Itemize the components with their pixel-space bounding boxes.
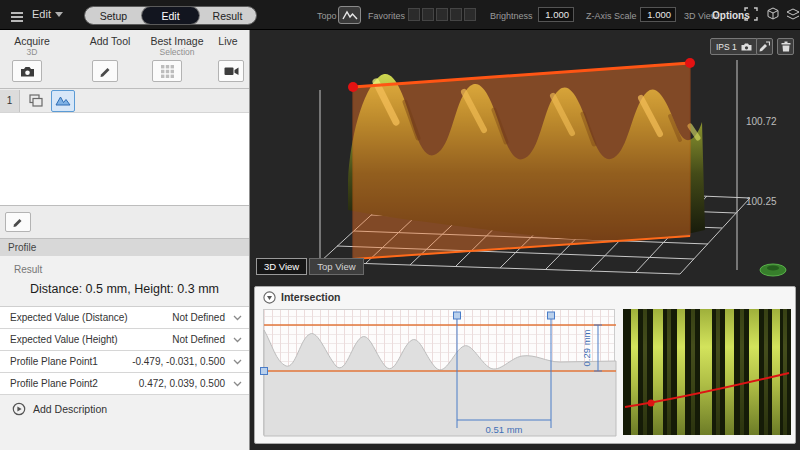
- plane-endpoint-left[interactable]: [348, 82, 358, 92]
- view-mode-buttons: 3D View Top View: [256, 258, 364, 275]
- trash-icon: [781, 41, 791, 52]
- row-label: Profile Plane Point1: [10, 356, 98, 367]
- video-camera-icon: [224, 66, 239, 76]
- result-label: Result: [14, 264, 42, 275]
- annotate-button[interactable]: [756, 38, 773, 55]
- camera-icon: [20, 66, 35, 77]
- best-image-button[interactable]: [152, 60, 182, 82]
- intersection-title: Intersection: [281, 291, 341, 303]
- topo-label: Topo: [317, 11, 337, 21]
- table-row[interactable]: Profile Plane Point1 -0.479, -0.031, 0.5…: [0, 351, 249, 373]
- mountain-icon: [342, 10, 358, 20]
- plane-endpoint-right[interactable]: [685, 58, 695, 68]
- profile-path-endpoint[interactable]: [648, 400, 655, 407]
- tool-index-tab[interactable]: 1: [0, 90, 20, 112]
- left-panel: Acquire 3D Add Tool Best Image Selection…: [0, 30, 250, 450]
- delete-button[interactable]: [777, 38, 794, 55]
- camera-icon: [741, 43, 752, 51]
- intersection-plane[interactable]: [348, 58, 695, 259]
- edit-menu-label: Edit: [32, 8, 51, 20]
- intersection-panel: Intersection: [254, 286, 796, 444]
- layers-tool-button[interactable]: [24, 90, 48, 112]
- stage: IPS 1 100.72 100.25 3D View Top View: [250, 30, 800, 450]
- grid-icon: [161, 65, 174, 78]
- z-axis-scale-input[interactable]: 1.000: [640, 7, 676, 22]
- live-button[interactable]: [218, 60, 244, 82]
- table-row[interactable]: Expected Value (Height) Not Defined: [0, 329, 249, 351]
- row-value: -0.479, -0.031, 0.500: [132, 356, 225, 367]
- add-description-label: Add Description: [33, 403, 107, 415]
- 3d-view-button[interactable]: 3D View: [256, 258, 307, 275]
- chevron-down-icon: [55, 12, 63, 17]
- tab-setup[interactable]: Setup: [85, 7, 142, 24]
- profile-section-header: Profile: [0, 238, 249, 256]
- hamburger-menu-icon[interactable]: [10, 9, 24, 27]
- pencil-export-icon: [759, 41, 770, 52]
- edit-menu[interactable]: Edit: [32, 8, 63, 20]
- profile-curve: [264, 330, 616, 436]
- add-tool-button[interactable]: [92, 60, 118, 82]
- row-label: Expected Value (Height): [10, 334, 118, 345]
- intersection-header: Intersection: [255, 287, 795, 307]
- profile-tool-button[interactable]: [51, 90, 75, 112]
- tool-list: 1: [0, 88, 249, 206]
- chevron-down-icon[interactable]: [233, 359, 242, 365]
- top-toolbar: Edit Setup Edit Result Topo Favorites Br…: [0, 0, 800, 30]
- acquire-label: Acquire: [8, 35, 56, 47]
- app-window: Edit Setup Edit Result Topo Favorites Br…: [0, 0, 800, 450]
- cursor-handle[interactable]: [454, 312, 461, 319]
- orientation-gizmo[interactable]: [756, 259, 790, 279]
- brightness-input[interactable]: 1.000: [538, 7, 574, 22]
- result-text: Distance: 0.5 mm, Height: 0.3 mm: [0, 282, 249, 296]
- row-value: Not Defined: [172, 312, 225, 323]
- add-description-button[interactable]: Add Description: [12, 402, 107, 416]
- 3d-viewport[interactable]: [250, 30, 800, 286]
- brightness-label: Brightness: [490, 11, 533, 21]
- profile-mountain-icon: [55, 95, 71, 106]
- best-image-sub-label: Selection: [146, 47, 208, 57]
- tool-list-row[interactable]: 1: [0, 89, 249, 113]
- row-value: Not Defined: [172, 334, 225, 345]
- row-label: Expected Value (Distance): [10, 312, 128, 323]
- favorites-group: [408, 8, 476, 21]
- chevron-down-icon[interactable]: [233, 337, 242, 343]
- table-row[interactable]: Expected Value (Distance) Not Defined: [0, 307, 249, 329]
- live-label: Live: [212, 35, 244, 47]
- top-view-button[interactable]: Top View: [309, 258, 363, 275]
- tab-result[interactable]: Result: [199, 7, 256, 24]
- favorite-slot[interactable]: [464, 8, 476, 21]
- ips-snapshot-button[interactable]: IPS 1: [710, 38, 758, 55]
- edit-profile-button[interactable]: [5, 212, 31, 232]
- acquire-sub-label: 3D: [8, 47, 56, 57]
- favorite-slot[interactable]: [450, 8, 462, 21]
- topo-toggle[interactable]: [338, 6, 361, 24]
- fit-view-icon[interactable]: [744, 7, 760, 23]
- profile-chart: 0.51 mm 0.29 mm: [263, 309, 615, 435]
- tab-edit[interactable]: Edit: [142, 7, 199, 24]
- favorite-slot[interactable]: [422, 8, 434, 21]
- play-circle-icon: [12, 402, 26, 416]
- acquire-3d-button[interactable]: [12, 60, 42, 82]
- pencil-icon: [12, 216, 24, 228]
- layers-icon[interactable]: [786, 7, 800, 23]
- mode-tabs: Setup Edit Result: [84, 6, 257, 25]
- row-label: Profile Plane Point2: [10, 378, 98, 389]
- cursor-handle[interactable]: [548, 312, 555, 319]
- pencil-icon: [99, 65, 112, 78]
- texture-preview: [623, 309, 791, 435]
- chevron-down-icon[interactable]: [233, 381, 242, 387]
- stack-icon: [29, 94, 43, 107]
- table-row[interactable]: Profile Plane Point2 0.472, 0.039, 0.500: [0, 373, 249, 395]
- distance-measurement-label: 0.51 mm: [486, 424, 523, 435]
- expander-icon[interactable]: [263, 291, 276, 304]
- level-handle[interactable]: [261, 368, 268, 375]
- cube-icon[interactable]: [766, 7, 782, 23]
- ips-label: IPS 1: [716, 42, 737, 52]
- favorite-slot[interactable]: [436, 8, 448, 21]
- z-axis-scale-label: Z-Axis Scale: [586, 11, 637, 21]
- row-value: 0.472, 0.039, 0.500: [139, 378, 225, 389]
- chevron-down-icon[interactable]: [233, 315, 242, 321]
- favorite-slot[interactable]: [408, 8, 420, 21]
- profile-panel: Result Distance: 0.5 mm, Height: 0.3 mm …: [0, 256, 249, 450]
- z-axis-tick-label: 100.25: [746, 196, 777, 207]
